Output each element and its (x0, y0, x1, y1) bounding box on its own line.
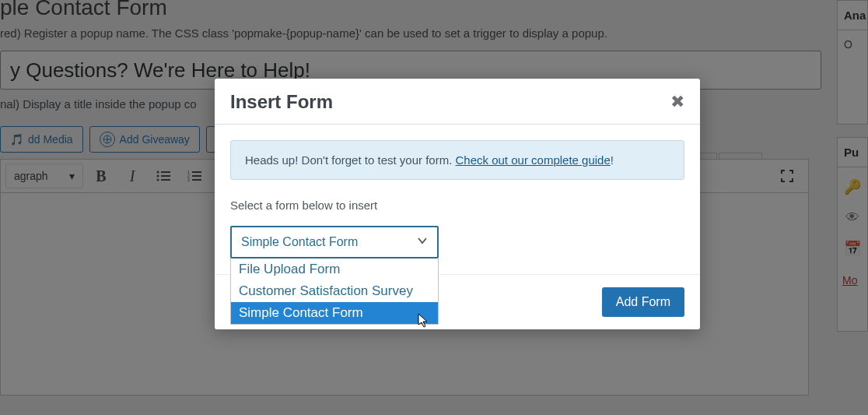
heads-up-notice: Heads up! Don't forget to test your form… (230, 140, 684, 180)
form-dropdown-trigger[interactable]: Simple Contact Form (230, 226, 439, 258)
insert-form-modal: Insert Form ✖ Heads up! Don't forget to … (215, 79, 700, 329)
form-dropdown-selected: Simple Contact Form (241, 235, 358, 249)
form-dropdown-list: File Upload Form Customer Satisfaction S… (230, 258, 439, 325)
modal-header: Insert Form ✖ (215, 79, 700, 125)
dropdown-option-file-upload[interactable]: File Upload Form (231, 258, 438, 280)
modal-title: Insert Form (230, 91, 333, 113)
dropdown-option-survey[interactable]: Customer Satisfaction Survey (231, 280, 438, 302)
complete-guide-link[interactable]: Check out our complete guide (456, 153, 611, 167)
dropdown-option-simple-contact[interactable]: Simple Contact Form (231, 302, 438, 324)
notice-suffix: ! (611, 153, 614, 167)
add-form-button[interactable]: Add Form (602, 287, 684, 317)
form-dropdown: Simple Contact Form File Upload Form Cus… (230, 226, 439, 258)
close-icon[interactable]: ✖ (670, 92, 684, 112)
chevron-down-icon (417, 235, 428, 249)
select-form-label: Select a form below to insert (230, 199, 684, 212)
modal-body: Heads up! Don't forget to test your form… (215, 125, 700, 274)
notice-prefix: Heads up! Don't forget to test your form… (245, 153, 456, 167)
